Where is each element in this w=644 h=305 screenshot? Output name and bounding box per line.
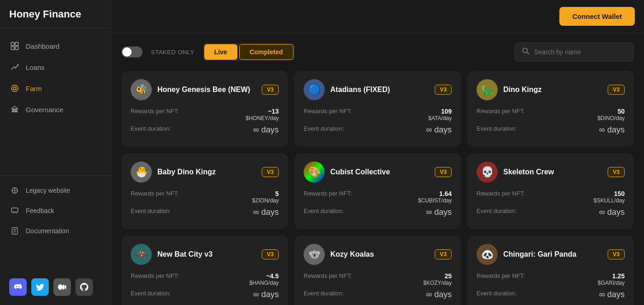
svg-rect-1 [15,42,18,46]
documentation-label: Documentation [26,227,69,235]
rewards-amount: 50 [598,108,625,115]
card-header: 🔵 Atadians (FIXED) V3 [304,79,452,100]
search-input[interactable] [534,48,626,56]
rewards-unit: $KOZY/day [423,280,452,286]
rewards-unit: $GARI/day [598,280,625,286]
sidebar-item-legacy[interactable]: Legacy website [0,180,111,201]
duration-value: ∞ days [253,207,279,217]
duration-value: ∞ days [599,290,625,299]
duration-label: Event duration: [304,207,344,214]
sidebar-item-farm[interactable]: Farm [0,78,111,99]
rewards-unit: $ZION/day [252,197,279,204]
card-avatar: 🐼 [477,244,498,265]
legacy-icon [10,186,19,195]
farm-card-chingari-gari-panda[interactable]: 🐼 Chingari: Gari Panda V3 Rewards per NF… [467,236,634,305]
card-header: 💀 Skeleton Crew V3 [477,161,625,183]
duration-label: Event duration: [477,290,517,297]
sidebar: Honey Finance Dashboard Lo [0,0,111,305]
card-title: Kozy Koalas [330,250,429,259]
card-rewards-row: Rewards per NFT: 5 $ZION/day [131,190,279,204]
farm-card-honey-genesis-bee[interactable]: 🐝 Honey Genesis Bee (NEW) V3 Rewards per… [121,71,288,147]
filter-tab-completed[interactable]: Completed [239,44,293,60]
rewards-label: Rewards per NFT: [131,272,179,279]
card-title: Baby Dino Kingz [157,168,256,176]
card-duration-row: Event duration: ∞ days [131,207,279,217]
discord-icon[interactable] [9,278,27,296]
medium-icon[interactable] [53,278,71,296]
farm-card-atadians[interactable]: 🔵 Atadians (FIXED) V3 Rewards per NFT: 1… [294,71,461,147]
farm-card-kozy-koalas[interactable]: 🐨 Kozy Koalas V3 Rewards per NFT: 25 $KO… [294,236,461,305]
farm-card-new-bat-city[interactable]: 🦇 New Bat City v3 V3 Rewards per NFT: ~4… [121,236,288,305]
card-title: Dino Kingz [503,86,602,94]
card-header: 🐣 Baby Dino Kingz V3 [131,161,279,183]
svg-rect-11 [12,208,18,212]
search-icon [522,47,529,57]
duration-label: Event duration: [477,125,517,132]
card-duration-row: Event duration: ∞ days [304,125,452,135]
filter-tab-live[interactable]: Live [204,44,237,60]
svg-point-18 [65,285,66,289]
card-avatar: 🐨 [304,244,325,265]
card-rewards-row: Rewards per NFT: 1.64 $CUBIST/day [304,190,452,204]
card-avatar: 🦕 [477,79,498,100]
farm-card-cubist-collective[interactable]: 🎨 Cubist Collective V3 Rewards per NFT: … [294,153,461,229]
rewards-value: 1.64 $CUBIST/day [418,190,452,204]
rewards-label: Rewards per NFT: [477,272,525,279]
duration-value: ∞ days [253,125,279,135]
rewards-value: 109 $ATA/day [428,108,452,121]
sidebar-item-loans[interactable]: Loans [0,57,111,78]
card-header: 🐝 Honey Genesis Bee (NEW) V3 [131,79,279,100]
rewards-label: Rewards per NFT: [477,190,525,197]
card-rewards-row: Rewards per NFT: ~4.5 $HANG/day [131,272,279,286]
duration-value: ∞ days [426,207,452,217]
card-rewards-row: Rewards per NFT: 109 $ATA/day [304,108,452,121]
twitter-icon[interactable] [31,278,49,296]
cards-grid: 🐝 Honey Genesis Bee (NEW) V3 Rewards per… [111,69,644,305]
card-avatar: 💀 [477,161,498,183]
filters-bar: STAKED ONLY Live Completed [111,33,644,69]
rewards-label: Rewards per NFT: [304,272,352,279]
svg-point-16 [58,284,63,290]
toggle-track [121,46,143,58]
card-avatar: 🔵 [304,79,325,100]
version-badge: V3 [608,167,625,177]
rewards-amount: 1.64 [418,190,452,197]
staked-only-toggle[interactable] [121,46,143,58]
duration-label: Event duration: [131,125,171,132]
rewards-value: 1.25 $GARI/day [598,272,625,286]
rewards-value: 25 $KOZY/day [423,272,452,286]
infinity-symbol: ∞ days [253,290,279,299]
duration-value: ∞ days [253,290,279,299]
card-header: 🦇 New Bat City v3 V3 [131,244,279,265]
svg-point-6 [13,87,16,90]
svg-rect-7 [12,109,13,112]
github-icon[interactable] [75,278,93,296]
version-badge: V3 [608,249,625,259]
farm-card-dino-kingz[interactable]: 🦕 Dino Kingz V3 Rewards per NFT: 50 $DIN… [467,71,634,147]
farm-card-skeleton-crew[interactable]: 💀 Skeleton Crew V3 Rewards per NFT: 150 … [467,153,634,229]
sidebar-nav: Dashboard Loans Farm [0,28,111,273]
documentation-icon [10,226,19,236]
connect-wallet-button[interactable]: Connect Wallet [559,7,635,26]
rewards-value: 5 $ZION/day [252,190,279,204]
card-rewards-row: Rewards per NFT: ~13 $HONEY/day [131,108,279,121]
sidebar-item-feedback[interactable]: Feedback [0,201,111,221]
top-bar: Connect Wallet [111,0,644,33]
infinity-symbol: ∞ days [599,125,625,134]
duration-label: Event duration: [477,207,517,214]
version-badge: V3 [608,85,625,95]
version-badge: V3 [262,85,279,95]
sidebar-item-documentation[interactable]: Documentation [0,221,111,241]
sidebar-item-governance[interactable]: Governance [0,99,111,120]
legacy-label: Legacy website [26,187,70,194]
infinity-symbol: ∞ days [253,207,279,217]
sidebar-item-dashboard[interactable]: Dashboard [0,35,111,57]
rewards-amount: ~4.5 [249,272,279,280]
svg-line-20 [527,52,529,54]
card-title: Atadians (FIXED) [330,86,429,94]
duration-value: ∞ days [426,290,452,299]
rewards-label: Rewards per NFT: [131,108,179,115]
farm-card-baby-dino-kingz[interactable]: 🐣 Baby Dino Kingz V3 Rewards per NFT: 5 … [121,153,288,229]
card-avatar: 🎨 [304,161,325,183]
loans-icon [10,63,19,72]
